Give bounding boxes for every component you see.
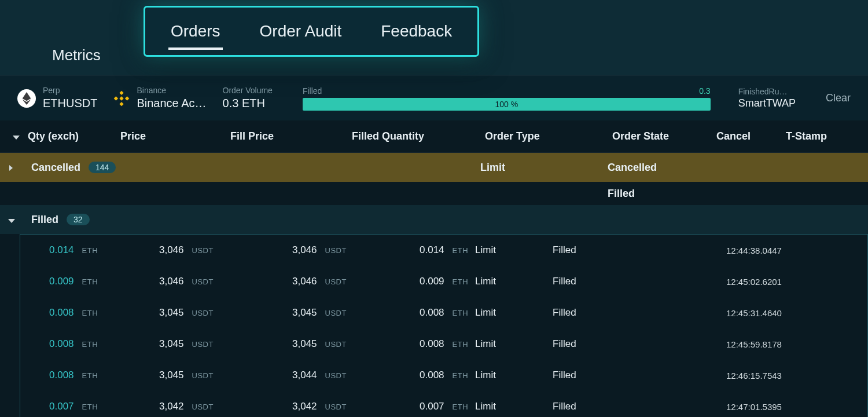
cell-price-unit: USDT (192, 371, 214, 380)
cell-order-type: Limit (475, 307, 496, 319)
cell-price-unit: USDT (192, 403, 214, 411)
cell-timestamp: 12:47:01.5395 (726, 402, 830, 412)
top-bar: Metrics Orders Order Audit Feedback (0, 0, 868, 75)
cell-timestamp: 12:45:02.6201 (726, 277, 830, 287)
table-row[interactable]: 0.014ETH3,046USDT3,046USDT0.014ETH Limit… (20, 235, 867, 266)
cell-qty: 0.007 (49, 401, 74, 412)
tab-orders[interactable]: Orders (168, 8, 223, 54)
cell-order-state: Filled (553, 370, 657, 381)
cell-fill-price: 3,045 (292, 307, 317, 319)
cell-filled-qty-unit: ETH (453, 309, 469, 317)
col-cancel[interactable]: Cancel (712, 130, 781, 142)
cell-price: 3,046 (159, 276, 184, 287)
filled-progress-block: Filled 0.3 100 % (303, 86, 711, 111)
col-price[interactable]: Price (116, 130, 226, 142)
svg-rect-4 (114, 96, 118, 100)
chevron-right-icon (9, 165, 13, 171)
cell-qty: 0.009 (49, 276, 74, 287)
cell-fill-unit: USDT (325, 246, 347, 255)
cell-qty-unit: ETH (82, 340, 98, 349)
col-fill-price[interactable]: Fill Price (226, 130, 347, 142)
binance-icon (113, 90, 130, 107)
clear-button[interactable]: Clear (826, 92, 851, 104)
col-filled-qty[interactable]: Filled Quantity (347, 130, 480, 142)
order-summary-strip: Perp ETHUSDT Binance Binance Ac… Order V… (0, 75, 868, 120)
table-row[interactable]: 0.008ETH3,045USDT3,044USDT0.008ETH Limit… (20, 360, 867, 391)
cell-order-type: Limit (475, 338, 496, 350)
cell-fill-price: 3,044 (292, 370, 317, 381)
cell-qty-unit: ETH (82, 277, 98, 286)
col-order-state[interactable]: Order State (608, 130, 712, 142)
svg-rect-2 (120, 90, 124, 94)
pair-symbol: ETHUSDT (43, 96, 97, 111)
state-filled-label: Filled (608, 188, 712, 200)
cell-filled-qty-unit: ETH (453, 277, 469, 286)
svg-marker-0 (23, 92, 31, 101)
group-filled-count: 32 (67, 214, 90, 225)
cell-qty: 0.008 (49, 307, 74, 319)
strategy-block: FinishedRu… SmartTWAP (738, 87, 796, 110)
cell-filled-qty-unit: ETH (453, 403, 469, 411)
expand-toggle[interactable] (0, 162, 23, 174)
col-qty[interactable]: Qty (exch) (23, 130, 116, 142)
pair-type: Perp (43, 86, 97, 96)
group-cancelled-ordertype: Limit (480, 162, 608, 174)
col-tstamp[interactable]: T-Stamp (781, 130, 868, 142)
ethereum-icon (17, 89, 36, 108)
svg-rect-6 (120, 96, 124, 100)
secondary-tabbar: Orders Order Audit Feedback (144, 6, 479, 57)
state-row-filled: Filled (0, 182, 868, 205)
col-order-type[interactable]: Order Type (480, 130, 608, 142)
cell-price-unit: USDT (192, 309, 214, 317)
group-cancelled-row[interactable]: Cancelled 144 Limit Cancelled (0, 153, 868, 182)
orders-body: 0.014ETH3,046USDT3,046USDT0.014ETH Limit… (20, 234, 868, 417)
cell-price-unit: USDT (192, 340, 214, 349)
svg-rect-3 (120, 101, 124, 105)
cell-qty-unit: ETH (82, 403, 98, 411)
order-volume-block: Order Volume 0.3 ETH (223, 86, 273, 111)
cell-fill-price: 3,046 (292, 244, 317, 256)
table-row[interactable]: 0.009ETH3,046USDT3,046USDT0.009ETH Limit… (20, 266, 867, 297)
exchange-name: Binance (137, 86, 206, 96)
exchange-account: Binance Ac… (137, 96, 206, 111)
cell-price-unit: USDT (192, 277, 214, 286)
cell-price: 3,046 (159, 244, 184, 256)
pair-block: Perp ETHUSDT (17, 86, 97, 111)
cell-filled-qty: 0.008 (420, 338, 444, 350)
tab-metrics[interactable]: Metrics (52, 46, 101, 64)
cell-qty-unit: ETH (82, 246, 98, 255)
table-row[interactable]: 0.008ETH3,045USDT3,045USDT0.008ETH Limit… (20, 328, 867, 360)
group-filled-row[interactable]: Filled 32 (0, 205, 868, 234)
collapse-toggle[interactable] (0, 214, 23, 226)
cell-filled-qty-unit: ETH (453, 340, 469, 349)
cell-qty: 0.008 (49, 370, 74, 381)
cell-timestamp: 12:45:31.4640 (726, 308, 830, 318)
cell-price-unit: USDT (192, 246, 214, 255)
cell-fill-unit: USDT (325, 371, 347, 380)
group-cancelled-orderstate: Cancelled (608, 162, 712, 174)
collapse-toggle[interactable] (0, 130, 23, 142)
table-row[interactable]: 0.008ETH3,045USDT3,045USDT0.008ETH Limit… (20, 297, 867, 328)
cell-fill-unit: USDT (325, 277, 347, 286)
cell-filled-qty: 0.008 (420, 370, 444, 381)
exchange-block: Binance Binance Ac… (113, 86, 206, 111)
tab-order-audit[interactable]: Order Audit (258, 8, 344, 54)
progress-fill: 100 % (303, 98, 711, 111)
cell-price: 3,045 (159, 307, 184, 319)
order-volume-label: Order Volume (223, 86, 273, 96)
cell-order-state: Filled (553, 244, 657, 256)
cell-qty: 0.008 (49, 338, 74, 350)
cell-price: 3,045 (159, 370, 184, 381)
cell-order-type: Limit (475, 276, 496, 287)
cell-filled-qty-unit: ETH (453, 246, 469, 255)
tab-feedback[interactable]: Feedback (378, 8, 454, 54)
strategy-status: FinishedRu… (738, 87, 796, 97)
cell-fill-unit: USDT (325, 340, 347, 349)
cell-order-state: Filled (553, 307, 657, 319)
cell-price: 3,042 (159, 401, 184, 412)
group-filled-label: Filled (31, 214, 58, 226)
cell-order-state: Filled (553, 401, 657, 412)
cell-filled-qty-unit: ETH (453, 371, 469, 380)
table-row[interactable]: 0.007ETH3,042USDT3,042USDT0.007ETH Limit… (20, 391, 867, 417)
chevron-down-icon (13, 136, 20, 140)
